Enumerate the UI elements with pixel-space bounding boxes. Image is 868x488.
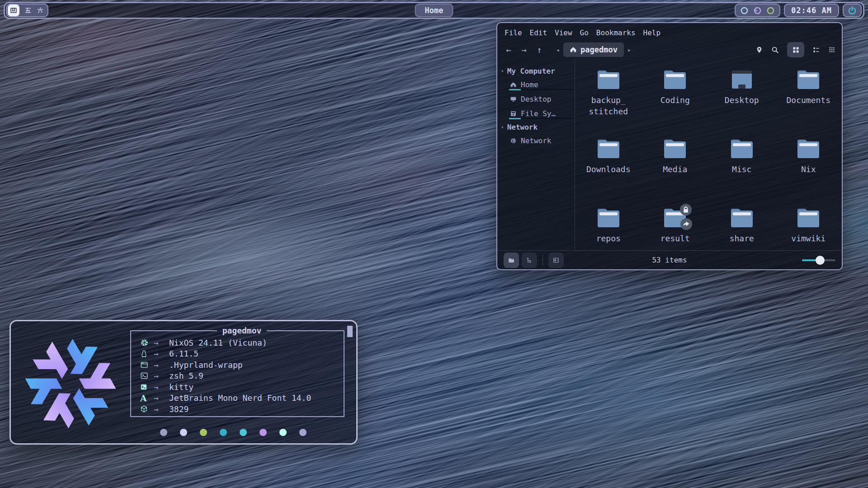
terminal-cursor [347, 326, 353, 337]
sidebar-group-label: My Computer [507, 67, 555, 75]
file-item-label: repos [596, 233, 621, 244]
sidebar-group-network[interactable]: ▾ Network [497, 121, 575, 133]
icon-view-button[interactable] [787, 42, 804, 57]
file-item-label: Media [663, 164, 687, 175]
file-item-misc[interactable]: Misc [708, 137, 775, 206]
tab-scroll-left-icon[interactable]: ◂ [554, 47, 561, 53]
file-item-backup-stitched[interactable]: backup_ stitched [575, 68, 642, 137]
location-pin-icon[interactable] [755, 46, 763, 54]
desktop: Home 02:46 AM [0, 0, 868, 488]
item-count: 53 items [652, 256, 687, 264]
file-item-nix[interactable]: Nix [775, 137, 842, 206]
workspace-5-button[interactable] [24, 7, 32, 14]
menu-go[interactable]: Go [580, 28, 589, 37]
file-manager-window: File Edit View Go Bookmarks Help ← → ↑ ◂… [496, 22, 843, 270]
palette-dot [279, 429, 287, 436]
file-item-label: vimwiki [791, 233, 826, 244]
workspaces-module [6, 4, 48, 17]
sidebar-item-label: Desktop [521, 95, 551, 103]
icon-view-grid-icon [792, 46, 800, 54]
menu-edit[interactable]: Edit [530, 28, 547, 37]
tab-scroll-right-icon[interactable]: ▸ [626, 47, 633, 53]
menu-view[interactable]: View [555, 28, 572, 37]
fetch-row-terminal: → kitty [140, 381, 344, 393]
folder-icon [796, 206, 821, 229]
workspace-6-button[interactable] [37, 7, 44, 14]
palette-dot [160, 429, 167, 436]
workspace-4-button[interactable] [8, 5, 19, 16]
file-item-media[interactable]: Media [642, 137, 709, 206]
kernel-value: 6.11.5 [169, 349, 198, 358]
palette-dot [240, 429, 247, 436]
desktop-folder-icon [729, 68, 755, 91]
fetch-row-os: → NixOS 24.11 (Vicuna) [140, 337, 344, 348]
arrow-glyph: → [154, 338, 169, 347]
file-item-label: Downloads [586, 164, 631, 175]
folder-icon [662, 137, 688, 160]
palette-dot [180, 429, 187, 436]
arrow-glyph: → [154, 382, 169, 392]
system-monitor-module [735, 4, 780, 17]
terminal-value: kitty [169, 382, 193, 392]
fetch-row-wm: → .Hyprland-wrapp [140, 359, 344, 371]
file-item-desktop[interactable]: Desktop [708, 68, 775, 137]
disk-ring-icon [766, 6, 775, 15]
slider-handle[interactable] [816, 256, 825, 265]
zoom-slider[interactable] [802, 256, 835, 265]
top-bar: Home 02:46 AM [4, 2, 864, 19]
file-item-documents[interactable]: Documents [775, 68, 842, 137]
fetch-row-packages: → 3829 [140, 404, 344, 415]
sidebar-group-my-computer[interactable]: ▾ My Computer [497, 65, 575, 77]
font-icon: A [140, 393, 154, 403]
folder-pane-icon [508, 257, 515, 264]
file-item-label: Nix [801, 164, 816, 175]
active-window-title: Home [415, 4, 453, 17]
palette-dot [259, 429, 267, 436]
memory-ring-icon [753, 6, 762, 15]
menu-help[interactable]: Help [643, 28, 661, 37]
folder-icon [596, 68, 621, 91]
search-icon[interactable] [771, 46, 779, 54]
up-button[interactable]: ↑ [533, 45, 546, 55]
toggle-sidepane-button[interactable] [548, 253, 564, 268]
packages-icon [140, 405, 154, 413]
sidebar-item-label: Network [521, 136, 551, 145]
lock-emblem-icon [680, 204, 692, 216]
back-button[interactable]: ← [502, 45, 515, 55]
folder-icon [596, 137, 621, 160]
workspace-6-glyph [37, 7, 44, 14]
places-pane-button[interactable] [504, 253, 519, 268]
sidebar-item-network[interactable]: Network [497, 133, 575, 148]
folder-icon [662, 68, 688, 91]
menu-bookmarks[interactable]: Bookmarks [596, 28, 636, 37]
arrow-glyph: → [154, 360, 169, 370]
terminal-icon [140, 384, 154, 390]
clock: 02:46 AM [784, 4, 839, 17]
home-icon [510, 81, 517, 88]
file-item-downloads[interactable]: Downloads [575, 137, 642, 206]
file-item-coding[interactable]: Coding [642, 68, 709, 137]
file-item-label: result [660, 233, 690, 244]
sidebar-item-desktop[interactable]: Desktop [497, 92, 575, 106]
dir-tree-pane-button[interactable] [522, 253, 537, 268]
folder-icon [796, 68, 821, 91]
path-button[interactable]: pagedmov [563, 42, 624, 57]
font-value: JetBrains Mono Nerd Font 14.0 [169, 393, 311, 403]
sidebar-item-file-system[interactable]: File Sy… [497, 106, 575, 121]
fetch-info-box: pagedmov → NixOS 24.11 (Vicuna) [130, 326, 344, 417]
shell-icon [140, 372, 154, 380]
os-value: NixOS 24.11 (Vicuna) [169, 338, 267, 347]
forward-button[interactable]: → [517, 45, 531, 55]
directory-tree-icon [526, 257, 533, 264]
menu-file[interactable]: File [505, 28, 522, 37]
file-item-label: backup_ stitched [589, 94, 628, 117]
current-path: pagedmov [580, 45, 618, 54]
arrow-glyph: → [154, 404, 169, 414]
file-item-label: Misc [732, 164, 751, 175]
collapse-triangle-icon: ▾ [501, 68, 504, 74]
arrow-glyph: → [154, 371, 169, 380]
list-view-icon[interactable] [812, 46, 820, 54]
power-button[interactable] [843, 4, 862, 17]
compact-view-icon[interactable] [828, 46, 835, 53]
sidebar-item-home[interactable]: Home [497, 77, 575, 92]
